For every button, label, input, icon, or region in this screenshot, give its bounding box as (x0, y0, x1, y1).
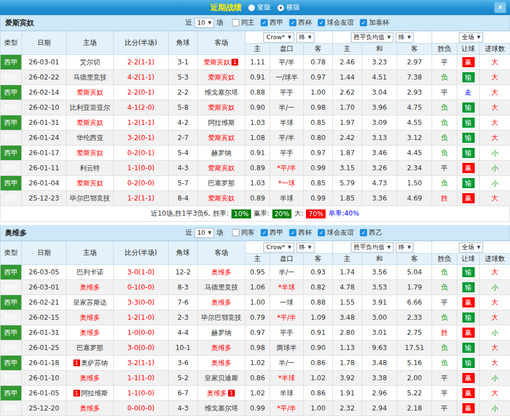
home-team-name[interactable]: 奥维多 (80, 329, 100, 337)
home-team-name[interactable]: 巴塞罗那 (77, 344, 104, 352)
home-team-name[interactable]: 皇家苏斯达 (73, 298, 107, 306)
sub-header-europe-away: 客 (397, 44, 432, 55)
away-team-name[interactable]: 巴塞罗那 (208, 179, 235, 187)
handicap-cell: 一球 (270, 295, 304, 310)
home-team-name[interactable]: 爱斯宾奴 (77, 119, 104, 127)
asia-home-odds-cell: 0.97 (245, 325, 270, 340)
away-team-name[interactable]: 爱斯宾奴 (208, 73, 235, 81)
home-team-name[interactable]: 爱斯宾奴 (77, 149, 104, 157)
sub-header-result: 胜负 (432, 44, 457, 55)
match-count-select[interactable]: 10 ▼ (194, 18, 214, 28)
layout-vertical-radio[interactable]: 竖版 (248, 3, 271, 12)
away-team-name[interactable]: 爱斯宾奴 (208, 164, 235, 172)
final-odds-select[interactable]: 终▼ (396, 242, 414, 253)
europe-draw-odds-cell: 3.48 (362, 356, 397, 371)
home-team-name[interactable]: 奥维多 (80, 404, 100, 412)
checkbox-unchecked-icon[interactable] (232, 229, 239, 236)
filter-checkbox-1[interactable]: 西甲 (261, 18, 283, 27)
spread-result-badge: 输 (462, 282, 475, 292)
home-team-name[interactable]: 爱斯宾奴 (77, 88, 104, 96)
checkbox-checked-icon[interactable] (289, 229, 296, 236)
filter-checkbox-3[interactable]: 球会友谊 (318, 228, 354, 237)
date-cell: 26-01-18 (22, 356, 67, 371)
home-team-name[interactable]: 巴列卡诺 (77, 268, 104, 276)
checkbox-unchecked-icon[interactable] (232, 19, 239, 26)
odds-company-select[interactable]: Crow*▼ (263, 242, 294, 253)
result-cell: 负 (432, 356, 457, 371)
home-team-name[interactable]: 奥维多 (80, 283, 100, 291)
away-team-name[interactable]: 奥维多 (211, 344, 231, 352)
filter-checkbox-3[interactable]: 球会友谊 (318, 18, 354, 27)
spread-result-badge: 走 (465, 88, 472, 96)
final-odds-select[interactable]: 终▼ (296, 32, 314, 43)
away-team-name[interactable]: 爱斯宾奴 (208, 104, 235, 111)
home-team-name[interactable]: 爱斯宾奴 (77, 179, 104, 187)
home-team-name[interactable]: 马德里竞技 (73, 73, 107, 81)
final-odds-select[interactable]: 终▼ (396, 32, 414, 43)
checkbox-checked-icon[interactable] (360, 229, 367, 236)
asia-away-odds-cell: 0.86 (304, 356, 333, 371)
home-team-name[interactable]: 艾尔切 (80, 58, 100, 66)
home-team-name[interactable]: 奥维多 (80, 374, 100, 382)
corner-cell: 5-7 (169, 176, 198, 191)
filter-checkbox-2[interactable]: 西杯 (289, 18, 312, 27)
home-team-name[interactable]: 毕尔巴鄂竞技 (70, 194, 110, 202)
sub-header-goals: 进球数 (480, 44, 510, 55)
score-cell: 1-1(1-0) (114, 371, 169, 386)
handicap-cell: 平手 (270, 85, 304, 100)
away-team-name[interactable]: 奥维多 (211, 359, 231, 367)
away-team-name[interactable]: 爱斯宾奴 (208, 194, 235, 202)
away-team-name[interactable]: 爱斯宾奴 (208, 134, 235, 142)
checkbox-checked-icon[interactable] (261, 19, 268, 26)
red-card-badge: 1 (73, 360, 80, 366)
filter-checkbox-4[interactable]: 加泰杯 (360, 18, 389, 27)
home-team-name[interactable]: 奥维多 (80, 314, 100, 321)
away-team-name[interactable]: 毕尔巴鄂竞技 (201, 314, 242, 321)
home-team-name[interactable]: 比利亚雷亚尔 (70, 104, 110, 111)
home-team-name[interactable]: 利云特 (80, 164, 100, 172)
full-match-select[interactable]: 全场▼ (459, 32, 483, 43)
checkbox-checked-icon[interactable] (318, 19, 325, 26)
away-team-name[interactable]: 阿拉维斯 (208, 119, 235, 127)
home-team-name[interactable]: 华伦西亚 (77, 134, 104, 142)
match-count-select[interactable]: 10 ▼ (194, 228, 214, 238)
away-team-name[interactable]: 维戈塞尔塔 (205, 404, 238, 412)
europe-away-odds-cell: 1.79 (397, 280, 432, 295)
filter-checkbox-0[interactable]: 同主 (232, 18, 254, 27)
odds-company-select[interactable]: Crow*▼ (263, 32, 294, 43)
checkbox-checked-icon[interactable] (360, 19, 367, 26)
checkbox-checked-icon[interactable] (289, 19, 296, 26)
filter-checkbox-0[interactable]: 同客 (232, 228, 254, 237)
away-team-name[interactable]: 赫罗纳 (211, 329, 231, 337)
date-cell: 25-12-23 (22, 191, 67, 206)
away-team-name[interactable]: 维戈塞尔塔 (205, 88, 238, 96)
home-team-name[interactable]: 阿拉维斯 (81, 389, 108, 397)
layout-horizontal-radio[interactable]: 横版 (277, 3, 300, 12)
corner-cell: 10-1 (169, 340, 198, 356)
final-odds-select[interactable]: 终▼ (296, 242, 314, 253)
europe-avg-select[interactable]: 胜平负均值▼ (351, 32, 393, 43)
away-team-name[interactable]: 奥维多 (211, 268, 231, 276)
checkbox-label: 加泰杯 (369, 18, 389, 27)
match-row: 西甲26-01-04爱斯宾奴0-2(0-0)5-7巴塞罗那1.03*一球0.85… (1, 176, 510, 191)
spread-result-cell: 输 (457, 356, 480, 371)
full-match-select[interactable]: 全场▼ (459, 242, 483, 253)
away-team-name[interactable]: 皇家贝迪斯 (205, 374, 238, 382)
home-team-name[interactable]: 奥萨苏纳 (81, 359, 108, 367)
away-team-name[interactable]: 赫罗纳 (211, 149, 231, 157)
away-team-name[interactable]: 奥维多 (211, 298, 231, 306)
away-team-name[interactable]: 爱斯宾奴 (203, 58, 230, 66)
filter-checkbox-4[interactable]: 西乙 (360, 228, 382, 237)
goals-cell: 大 (480, 310, 510, 325)
spread-result-cell: 赢 (457, 55, 480, 70)
checkbox-checked-icon[interactable] (318, 229, 325, 236)
corner-cell: 3-6 (169, 356, 198, 371)
checkbox-checked-icon[interactable] (261, 229, 268, 236)
filter-checkbox-2[interactable]: 西杯 (289, 228, 312, 237)
checkbox-label: 西杯 (298, 18, 312, 27)
close-button[interactable]: ✕ (494, 2, 506, 13)
away-team-name[interactable]: 奥维多 (207, 389, 227, 397)
europe-avg-select[interactable]: 胜平负均值▼ (351, 242, 393, 253)
away-team-name[interactable]: 马德里竞技 (205, 283, 238, 291)
filter-checkbox-1[interactable]: 西甲 (261, 228, 283, 237)
